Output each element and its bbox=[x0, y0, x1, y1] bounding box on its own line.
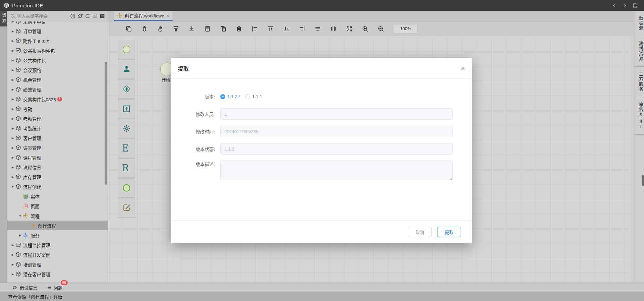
tree-item[interactable]: ▶客户管理 bbox=[7, 133, 108, 143]
nav-forward-icon[interactable] bbox=[622, 3, 628, 8]
debug-info-item[interactable]: 调试信息 bbox=[12, 284, 37, 291]
tree-item[interactable]: ▶服务 bbox=[7, 230, 108, 240]
rail-tab[interactable]: 三方服务 bbox=[634, 67, 644, 97]
tree-item[interactable]: ▶课程管理 bbox=[7, 153, 108, 162]
tree-item[interactable]: ▶流程开发案例 bbox=[7, 250, 108, 259]
rail-tab[interactable]: 命名Sql bbox=[634, 97, 644, 135]
problems-item[interactable]: 问题 66 bbox=[46, 284, 62, 291]
chevron-right-icon[interactable]: ▶ bbox=[10, 78, 15, 81]
align-left-icon[interactable] bbox=[251, 25, 258, 32]
tab-close-icon[interactable]: × bbox=[166, 13, 169, 18]
chevron-right-icon[interactable]: ▶ bbox=[10, 156, 15, 159]
chevron-right-icon[interactable]: ▶ bbox=[10, 117, 15, 120]
tree-item[interactable]: ▶采购单申请 bbox=[7, 21, 108, 26]
align-middle-icon[interactable] bbox=[314, 25, 321, 32]
description-textarea[interactable] bbox=[220, 161, 453, 180]
distribute-icon[interactable] bbox=[330, 25, 337, 32]
chevron-right-icon[interactable]: ▶ bbox=[10, 127, 15, 130]
rail-tab[interactable]: 离线资源 bbox=[634, 36, 644, 67]
tree-item[interactable]: 创建流程 bbox=[7, 221, 108, 230]
chevron-right-icon[interactable]: ▶ bbox=[17, 234, 23, 237]
align-right-icon[interactable] bbox=[299, 25, 305, 32]
align-top-icon[interactable] bbox=[267, 25, 274, 32]
pan-hand-icon[interactable] bbox=[157, 25, 164, 32]
tree-item[interactable]: 页面 bbox=[7, 201, 108, 211]
tree-item[interactable]: ▶会议预约 bbox=[7, 65, 108, 75]
version-radio-option[interactable]: 1.1.1 bbox=[245, 94, 262, 99]
tree-item[interactable]: ▶考勤统计 bbox=[7, 123, 108, 133]
chevron-right-icon[interactable]: ▶ bbox=[10, 49, 15, 52]
palette-e-node[interactable]: E bbox=[118, 139, 135, 158]
tree-item[interactable]: ▼流程 bbox=[7, 211, 108, 221]
chevron-down-icon[interactable]: ▼ bbox=[17, 214, 23, 218]
save-icon[interactable] bbox=[632, 3, 638, 8]
tree-item[interactable]: 实体 bbox=[7, 191, 108, 201]
format-painter-icon[interactable] bbox=[173, 25, 179, 32]
tree-item[interactable]: ▶附件Ｔｅｓｔ bbox=[7, 36, 108, 46]
version-radio-option[interactable]: 1.1.2 * bbox=[220, 94, 240, 99]
chevron-right-icon[interactable]: ▶ bbox=[10, 175, 15, 179]
palette-auto-activity-node[interactable] bbox=[118, 119, 135, 138]
tree-item[interactable]: ▶订单管理 bbox=[7, 26, 108, 36]
select-tool-icon[interactable] bbox=[141, 25, 148, 32]
window-scrollbar-thumb[interactable] bbox=[642, 175, 644, 186]
tree-item[interactable]: ▶公共构件包 bbox=[7, 55, 108, 65]
radio-unselected-icon[interactable] bbox=[245, 94, 250, 99]
rail-tab-resources[interactable]: 资源 bbox=[0, 11, 7, 26]
search-input[interactable] bbox=[17, 13, 68, 18]
palette-start-node[interactable] bbox=[118, 40, 135, 59]
tree-item[interactable]: ▶课程信息 bbox=[7, 162, 108, 172]
editor-field[interactable] bbox=[220, 108, 453, 120]
tree-item[interactable]: ▼流程创建 bbox=[7, 182, 108, 191]
canvas-scrollbar[interactable] bbox=[630, 37, 634, 283]
version-status-field[interactable] bbox=[220, 143, 453, 155]
tree-item[interactable]: ▶考勤 bbox=[7, 104, 108, 114]
dialog-close-icon[interactable]: × bbox=[461, 65, 465, 72]
palette-manual-activity-node[interactable] bbox=[118, 60, 135, 79]
chevron-right-icon[interactable]: ▶ bbox=[10, 39, 15, 43]
tree-item[interactable]: ▶库存管理 bbox=[7, 172, 108, 182]
chevron-right-icon[interactable]: ▶ bbox=[10, 88, 15, 91]
copy-document-icon[interactable] bbox=[220, 25, 227, 32]
copy-icon[interactable] bbox=[125, 25, 132, 32]
palette-note-node[interactable] bbox=[118, 198, 135, 217]
collapse-panel-icon[interactable] bbox=[100, 13, 105, 19]
tree-item[interactable]: ▶培训管理 bbox=[7, 259, 108, 269]
chevron-right-icon[interactable]: ▶ bbox=[10, 21, 15, 23]
chevron-right-icon[interactable]: ▶ bbox=[10, 166, 15, 169]
document-icon[interactable] bbox=[204, 25, 211, 32]
palette-decision-node[interactable] bbox=[118, 79, 135, 99]
new-package-icon[interactable] bbox=[77, 13, 83, 19]
sidebar-scrollbar[interactable] bbox=[105, 62, 107, 185]
export-icon[interactable] bbox=[188, 25, 195, 32]
chevron-right-icon[interactable]: ▶ bbox=[10, 68, 15, 72]
radio-selected-icon[interactable] bbox=[220, 94, 225, 99]
tree-item[interactable]: ▶流程监控管理 bbox=[7, 240, 108, 250]
nav-back-icon[interactable] bbox=[611, 3, 617, 8]
chevron-right-icon[interactable]: ▶ bbox=[10, 243, 15, 247]
palette-r-node[interactable]: R bbox=[118, 159, 135, 178]
align-bottom-icon[interactable] bbox=[283, 25, 290, 32]
tree-item[interactable]: ▶交易构件包0825! bbox=[7, 94, 108, 104]
tree-item[interactable]: ▶考勤管理 bbox=[7, 114, 108, 123]
tree-item[interactable]: ▶公共报表构件包 bbox=[7, 46, 108, 55]
rail-tab[interactable]: 数据源 bbox=[634, 11, 644, 36]
chevron-right-icon[interactable]: ▶ bbox=[10, 146, 15, 149]
time-field[interactable] bbox=[220, 126, 453, 137]
chevron-right-icon[interactable]: ▶ bbox=[10, 136, 15, 140]
tab-create-workflow[interactable]: 创建流程.workflowx × bbox=[114, 11, 173, 21]
tree-item[interactable]: ▶机会管理 bbox=[7, 75, 108, 84]
tree-item[interactable]: ▶潜在客户管理 bbox=[7, 269, 108, 279]
sort-icon[interactable] bbox=[92, 13, 98, 19]
chevron-right-icon[interactable]: ▶ bbox=[10, 98, 15, 101]
palette-end-node[interactable] bbox=[118, 178, 135, 197]
chevron-right-icon[interactable]: ▶ bbox=[10, 107, 15, 111]
chevron-down-icon[interactable]: ▼ bbox=[10, 185, 15, 188]
extract-button[interactable]: 提取 bbox=[437, 227, 461, 237]
chevron-right-icon[interactable]: ▶ bbox=[10, 253, 15, 256]
fit-screen-icon[interactable] bbox=[346, 25, 353, 32]
tree-item[interactable]: ▶绩效管理 bbox=[7, 84, 108, 94]
ai-icon[interactable]: AI bbox=[70, 13, 75, 19]
chevron-right-icon[interactable]: ▶ bbox=[10, 273, 15, 276]
palette-subprocess-node[interactable] bbox=[118, 99, 135, 118]
